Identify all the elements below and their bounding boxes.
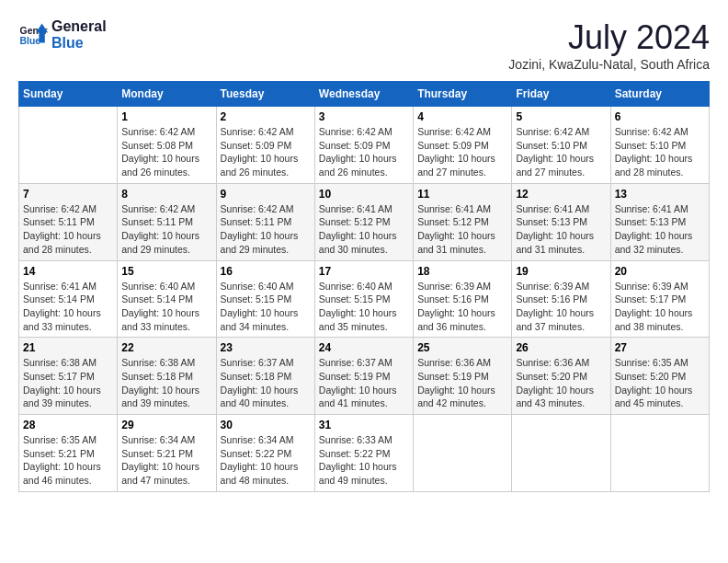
day-detail: Sunrise: 6:38 AMSunset: 5:18 PMDaylight:… [121, 356, 211, 410]
calendar-day-cell: 25 Sunrise: 6:36 AMSunset: 5:19 PMDaylig… [414, 338, 512, 415]
weekday-header: Tuesday [216, 82, 314, 107]
day-detail: Sunrise: 6:41 AMSunset: 5:14 PMDaylight:… [23, 280, 113, 334]
day-number: 20 [615, 265, 705, 278]
logo-icon: General Blue [18, 22, 48, 48]
weekday-header: Wednesday [314, 82, 413, 107]
day-detail: Sunrise: 6:36 AMSunset: 5:20 PMDaylight:… [516, 356, 606, 410]
day-detail: Sunrise: 6:42 AMSunset: 5:11 PMDaylight:… [121, 202, 211, 257]
calendar-header-row: SundayMondayTuesdayWednesdayThursdayFrid… [19, 82, 710, 107]
day-number: 22 [121, 341, 211, 354]
day-number: 21 [23, 341, 113, 354]
page-header: General Blue General Blue July 2024 Jozi… [18, 18, 710, 72]
calendar-day-cell: 7 Sunrise: 6:42 AMSunset: 5:11 PMDayligh… [19, 183, 118, 260]
day-detail: Sunrise: 6:41 AMSunset: 5:13 PMDaylight:… [615, 202, 705, 257]
day-detail: Sunrise: 6:40 AMSunset: 5:15 PMDaylight:… [319, 280, 409, 334]
day-detail: Sunrise: 6:42 AMSunset: 5:10 PMDaylight:… [615, 125, 705, 179]
calendar-day-cell [19, 107, 118, 184]
day-detail: Sunrise: 6:41 AMSunset: 5:12 PMDaylight:… [319, 202, 409, 257]
weekday-header: Sunday [19, 82, 118, 107]
day-detail: Sunrise: 6:42 AMSunset: 5:09 PMDaylight:… [319, 125, 409, 179]
day-number: 17 [319, 265, 409, 278]
calendar-day-cell: 6 Sunrise: 6:42 AMSunset: 5:10 PMDayligh… [610, 107, 709, 184]
day-detail: Sunrise: 6:42 AMSunset: 5:11 PMDaylight:… [221, 202, 311, 257]
calendar-day-cell: 19 Sunrise: 6:39 AMSunset: 5:16 PMDaylig… [512, 260, 610, 338]
day-number: 13 [615, 188, 705, 201]
day-detail: Sunrise: 6:42 AMSunset: 5:09 PMDaylight:… [221, 125, 311, 179]
day-number: 14 [23, 265, 113, 278]
day-number: 24 [319, 341, 409, 354]
calendar-day-cell: 10 Sunrise: 6:41 AMSunset: 5:12 PMDaylig… [314, 183, 413, 260]
day-number: 10 [319, 188, 409, 201]
calendar-day-cell [512, 415, 610, 492]
weekday-header: Thursday [414, 82, 512, 107]
day-detail: Sunrise: 6:34 AMSunset: 5:22 PMDaylight:… [221, 433, 311, 488]
calendar-week-row: 28 Sunrise: 6:35 AMSunset: 5:21 PMDaylig… [19, 415, 710, 492]
calendar-day-cell: 13 Sunrise: 6:41 AMSunset: 5:13 PMDaylig… [610, 183, 709, 260]
calendar-day-cell: 4 Sunrise: 6:42 AMSunset: 5:09 PMDayligh… [414, 107, 512, 184]
day-number: 28 [23, 419, 113, 431]
day-number: 19 [516, 265, 606, 278]
day-detail: Sunrise: 6:42 AMSunset: 5:10 PMDaylight:… [516, 125, 606, 179]
calendar-week-row: 7 Sunrise: 6:42 AMSunset: 5:11 PMDayligh… [19, 183, 710, 260]
svg-text:Blue: Blue [20, 36, 41, 46]
day-number: 4 [417, 110, 507, 123]
calendar-day-cell: 27 Sunrise: 6:35 AMSunset: 5:20 PMDaylig… [610, 338, 709, 415]
logo-line1: General [51, 18, 107, 35]
calendar-week-row: 21 Sunrise: 6:38 AMSunset: 5:17 PMDaylig… [19, 338, 710, 415]
day-detail: Sunrise: 6:39 AMSunset: 5:17 PMDaylight:… [615, 280, 705, 334]
calendar-day-cell: 8 Sunrise: 6:42 AMSunset: 5:11 PMDayligh… [118, 183, 216, 260]
day-detail: Sunrise: 6:39 AMSunset: 5:16 PMDaylight:… [417, 280, 507, 334]
weekday-header: Monday [118, 82, 216, 107]
day-detail: Sunrise: 6:33 AMSunset: 5:22 PMDaylight:… [319, 433, 409, 488]
day-number: 26 [516, 341, 606, 354]
calendar-day-cell: 1 Sunrise: 6:42 AMSunset: 5:08 PMDayligh… [118, 107, 216, 184]
calendar-day-cell [610, 415, 709, 492]
calendar-day-cell: 15 Sunrise: 6:40 AMSunset: 5:14 PMDaylig… [118, 260, 216, 338]
day-detail: Sunrise: 6:35 AMSunset: 5:21 PMDaylight:… [23, 433, 113, 488]
day-detail: Sunrise: 6:37 AMSunset: 5:18 PMDaylight:… [221, 356, 311, 410]
calendar-day-cell: 20 Sunrise: 6:39 AMSunset: 5:17 PMDaylig… [610, 260, 709, 338]
day-detail: Sunrise: 6:41 AMSunset: 5:13 PMDaylight:… [516, 202, 606, 257]
calendar-day-cell: 12 Sunrise: 6:41 AMSunset: 5:13 PMDaylig… [512, 183, 610, 260]
calendar-day-cell: 3 Sunrise: 6:42 AMSunset: 5:09 PMDayligh… [314, 107, 413, 184]
logo-line2: Blue [51, 35, 107, 52]
day-number: 15 [121, 265, 211, 278]
main-title: July 2024 [508, 18, 710, 57]
day-number: 1 [121, 110, 211, 123]
logo: General Blue General Blue [18, 18, 107, 52]
day-number: 3 [319, 110, 409, 123]
calendar-day-cell: 30 Sunrise: 6:34 AMSunset: 5:22 PMDaylig… [216, 415, 314, 492]
day-number: 31 [319, 419, 409, 431]
day-detail: Sunrise: 6:39 AMSunset: 5:16 PMDaylight:… [516, 280, 606, 334]
title-block: July 2024 Jozini, KwaZulu-Natal, South A… [508, 18, 710, 72]
day-number: 23 [221, 341, 311, 354]
calendar-day-cell: 16 Sunrise: 6:40 AMSunset: 5:15 PMDaylig… [216, 260, 314, 338]
day-number: 16 [221, 265, 311, 278]
calendar-day-cell: 2 Sunrise: 6:42 AMSunset: 5:09 PMDayligh… [216, 107, 314, 184]
calendar-day-cell: 14 Sunrise: 6:41 AMSunset: 5:14 PMDaylig… [19, 260, 118, 338]
day-number: 8 [121, 188, 211, 201]
calendar-week-row: 1 Sunrise: 6:42 AMSunset: 5:08 PMDayligh… [19, 107, 710, 184]
day-number: 27 [615, 341, 705, 354]
day-number: 25 [417, 341, 507, 354]
day-number: 2 [221, 110, 311, 123]
calendar-day-cell: 21 Sunrise: 6:38 AMSunset: 5:17 PMDaylig… [19, 338, 118, 415]
day-number: 18 [417, 265, 507, 278]
calendar-day-cell: 24 Sunrise: 6:37 AMSunset: 5:19 PMDaylig… [314, 338, 413, 415]
day-number: 6 [615, 110, 705, 123]
day-detail: Sunrise: 6:41 AMSunset: 5:12 PMDaylight:… [417, 202, 507, 257]
calendar-day-cell: 26 Sunrise: 6:36 AMSunset: 5:20 PMDaylig… [512, 338, 610, 415]
calendar-day-cell: 17 Sunrise: 6:40 AMSunset: 5:15 PMDaylig… [314, 260, 413, 338]
day-detail: Sunrise: 6:40 AMSunset: 5:14 PMDaylight:… [121, 280, 211, 334]
day-number: 30 [221, 419, 311, 431]
day-number: 7 [23, 188, 113, 201]
calendar-day-cell: 22 Sunrise: 6:38 AMSunset: 5:18 PMDaylig… [118, 338, 216, 415]
day-number: 29 [121, 419, 211, 431]
calendar-day-cell: 29 Sunrise: 6:34 AMSunset: 5:21 PMDaylig… [118, 415, 216, 492]
calendar-day-cell: 11 Sunrise: 6:41 AMSunset: 5:12 PMDaylig… [414, 183, 512, 260]
day-number: 9 [221, 188, 311, 201]
day-number: 12 [516, 188, 606, 201]
day-detail: Sunrise: 6:37 AMSunset: 5:19 PMDaylight:… [319, 356, 409, 410]
day-detail: Sunrise: 6:42 AMSunset: 5:08 PMDaylight:… [121, 125, 211, 179]
calendar-day-cell: 28 Sunrise: 6:35 AMSunset: 5:21 PMDaylig… [19, 415, 118, 492]
